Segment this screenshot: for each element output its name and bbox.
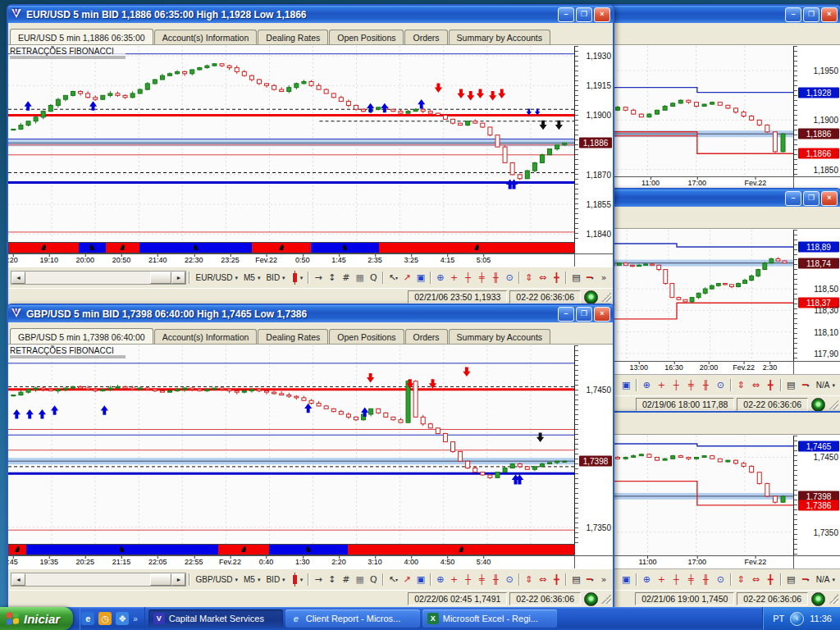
chart-plot[interactable]: RETRACÇÕES FIBONACCI (8, 345, 574, 544)
tab-summary-by-accounts[interactable]: Summary by Accounts (449, 30, 550, 44)
maximize-button[interactable]: ❐ (803, 191, 819, 206)
titlebar[interactable]: V GBP/USD 5 min BID 1,7398 06:40:00 High… (8, 305, 613, 322)
chart-style-select[interactable]: ▾ (289, 575, 306, 584)
zoom-reset-icon[interactable]: ⊙ (503, 271, 516, 285)
scale-1to1-icon[interactable]: ⇕ (523, 271, 536, 285)
crosshair-horizontal-icon[interactable]: ╪ (475, 573, 488, 587)
crosshair-move-icon[interactable]: ┼ (669, 378, 683, 392)
messenger-quicklaunch-icon[interactable]: ❖ (116, 612, 129, 625)
maximize-button[interactable]: ❐ (576, 7, 592, 22)
start-button[interactable]: Iniciar (0, 607, 73, 630)
scale-free-icon[interactable]: ╋ (764, 573, 778, 587)
resize-grip[interactable] (601, 292, 611, 302)
goto-latest-icon[interactable]: → (312, 573, 325, 587)
minimize-button[interactable]: – (785, 7, 801, 22)
crosshair-horizontal-icon[interactable]: ╪ (475, 271, 488, 285)
crosshair-move-icon[interactable]: ┼ (462, 271, 475, 285)
trendline-icon[interactable]: ━▾ (583, 573, 596, 587)
grid-toggle-icon[interactable]: # (340, 271, 353, 285)
tab-gbp-usd-5-min-1-7398-06-40-00[interactable]: GBP/USD 5 min 1,7398 06:40:00 (10, 328, 153, 344)
select-region-icon[interactable]: ▦ (354, 573, 367, 587)
tab-eur-usd-5-min-1-1886-06-35-00[interactable]: EUR/USD 5 min 1,1886 06:35:00 (10, 29, 153, 44)
taskbar-button-capital-market-services[interactable]: VCapital Market Services (148, 609, 283, 628)
scroll-left-button[interactable]: ◄ (11, 272, 25, 284)
scale-horizontal-icon[interactable]: ⇔ (749, 573, 763, 587)
scheduler-quicklaunch-icon[interactable]: ◷ (98, 612, 112, 625)
period-select[interactable]: M5▾ (241, 575, 262, 584)
scroll-right-button[interactable]: ► (171, 272, 185, 284)
chart-canvas[interactable] (8, 345, 574, 544)
fit-vertical-icon[interactable]: ↕ (326, 271, 339, 285)
crosshair-horizontal-icon[interactable]: ╪ (684, 378, 698, 392)
scrollbar-track[interactable] (25, 573, 150, 586)
cursor-tool-icon[interactable]: ↖▾ (386, 573, 399, 587)
minimize-button[interactable]: – (558, 7, 574, 22)
period-select[interactable]: N/A▾ (814, 575, 838, 584)
tab-orders[interactable]: Orders (404, 30, 447, 44)
internet-explorer-quicklaunch-icon[interactable]: e (81, 612, 94, 625)
tab-orders[interactable]: Orders (405, 329, 448, 344)
scrollbar-track[interactable] (25, 272, 150, 284)
tab-open-positions[interactable]: Open Positions (329, 329, 404, 344)
taskbar-button-microsoft-excel-regi[interactable]: XMicrosoft Excel - Regi... (422, 609, 557, 628)
zoom-reset-icon[interactable]: ⊙ (714, 378, 728, 392)
scrollbar-thumb[interactable] (150, 573, 171, 586)
crosshair-move-icon[interactable]: ┼ (669, 573, 683, 587)
symbol-select[interactable]: EUR/USD▾ (193, 273, 240, 282)
zoom-in-icon[interactable]: ⊕ (434, 271, 447, 285)
close-button[interactable]: × (821, 7, 838, 22)
resize-grip[interactable] (829, 399, 838, 409)
minimize-button[interactable]: – (785, 191, 801, 206)
link-charts-icon[interactable]: ▣ (414, 271, 427, 285)
fit-vertical-icon[interactable]: ↕ (326, 573, 339, 587)
crosshair-vertical-icon[interactable]: ╫ (699, 378, 713, 392)
tray-arrow-icon[interactable]: ‹ (790, 612, 804, 626)
tab-summary-by-accounts[interactable]: Summary by Accounts (449, 329, 550, 344)
trendline-icon[interactable]: ━▾ (583, 271, 596, 285)
trendline-icon[interactable]: ━▾ (799, 573, 813, 587)
chart-hscrollbar[interactable]: ◄► (11, 573, 186, 587)
tab-account-s-information[interactable]: Account(s) Information (154, 329, 258, 344)
tab-account-s-information[interactable]: Account(s) Information (154, 30, 258, 44)
scrollbar-thumb[interactable] (150, 272, 171, 284)
zoom-reset-icon[interactable]: ⊙ (503, 573, 516, 587)
crosshair-vertical-icon[interactable]: ╫ (489, 271, 502, 285)
crosshair-vertical-icon[interactable]: ╫ (489, 573, 502, 587)
crosshair-move-icon[interactable]: ┼ (462, 573, 475, 587)
period-select[interactable]: M5▾ (241, 273, 262, 282)
close-button[interactable]: × (594, 7, 610, 22)
link-charts-icon[interactable]: ▣ (619, 573, 633, 587)
tab-open-positions[interactable]: Open Positions (329, 30, 404, 44)
crosshair-icon[interactable]: + (655, 573, 669, 587)
zoom-reset-icon[interactable]: ⊙ (714, 573, 728, 587)
quick-launch-overflow-icon[interactable]: » (133, 614, 138, 623)
tab-dealing-rates[interactable]: Dealing Rates (258, 329, 328, 344)
price-type-select[interactable]: BID▾ (263, 575, 287, 584)
scale-free-icon[interactable]: ╋ (550, 271, 564, 285)
chart-canvas[interactable] (8, 46, 574, 242)
crosshair-icon[interactable]: + (448, 573, 461, 587)
symbol-select[interactable]: GBP/USD▾ (193, 575, 240, 584)
crosshair-icon[interactable]: + (448, 271, 461, 285)
link-charts-icon[interactable]: ▣ (414, 573, 427, 587)
quick-quote-icon[interactable]: Q (368, 271, 381, 285)
more-tools-icon[interactable]: » (597, 573, 610, 587)
resize-grip[interactable] (601, 594, 611, 604)
scale-1to1-icon[interactable]: ⇕ (734, 573, 748, 587)
zoom-in-icon[interactable]: ⊕ (434, 573, 447, 587)
maximize-button[interactable]: ❐ (803, 7, 819, 22)
titlebar[interactable]: V EUR/USD 5 min BID 1,1886 06:35:00 High… (8, 6, 613, 23)
annotate-arrow-icon[interactable]: ↗ (400, 573, 413, 587)
indicator-list-icon[interactable]: ▤ (784, 573, 798, 587)
annotate-arrow-icon[interactable]: ↗ (400, 271, 413, 285)
maximize-button[interactable]: ❐ (576, 307, 592, 322)
chart-hscrollbar[interactable]: ◄► (11, 271, 186, 285)
crosshair-horizontal-icon[interactable]: ╪ (684, 573, 698, 587)
crosshair-vertical-icon[interactable]: ╫ (699, 573, 713, 587)
price-type-select[interactable]: BID▾ (263, 273, 287, 282)
crosshair-icon[interactable]: + (655, 378, 669, 392)
scale-horizontal-icon[interactable]: ⇔ (749, 378, 763, 392)
grid-toggle-icon[interactable]: # (340, 573, 353, 587)
close-button[interactable]: × (821, 191, 838, 206)
indicator-list-icon[interactable]: ▤ (784, 378, 798, 392)
